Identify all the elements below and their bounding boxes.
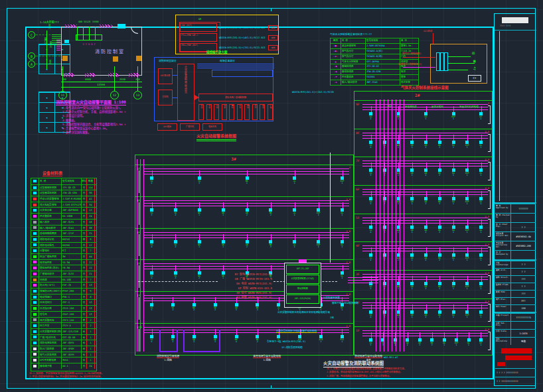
device-count: 2 (422, 316, 430, 319)
field-device-box: 电话 (260, 104, 265, 120)
symbol-cell: —▪ (331, 80, 341, 85)
legend-row: 火灾显示盘 JBF-VDP3060 台 12 (31, 207, 96, 213)
device-count: 1 (477, 231, 485, 234)
cad-drawing-canvas[interactable]: ◂◂◂◂◂◂ ◂◂◂◂◂◂◂◂ 1:10大样图??? 400 5X120 ?X5… (0, 0, 543, 392)
symbol-cell: ▲ (331, 60, 341, 64)
device-count: 1 (408, 147, 416, 149)
device-count: 3 (427, 344, 436, 347)
device-symbol-icon (33, 261, 37, 263)
annotation: WDZCN—RYS(2X1.5)+(2X2.5)/SC20 (292, 91, 334, 94)
column-symbol (136, 56, 141, 61)
field-device-label: 手报 (214, 105, 220, 109)
model-cell: TX3301 (365, 75, 400, 80)
unit-cell: 只 (81, 306, 86, 311)
symbol-cell (31, 358, 39, 363)
device-count: 1 (314, 246, 323, 249)
qty-cell: 1 (86, 352, 95, 358)
legend-row: 电气火灾监控器 JBF-VEFM 台 1 (31, 352, 96, 358)
legend-row: 声光警报器 HX-100B 只 24 (31, 213, 96, 219)
grid-stub (114, 66, 115, 91)
unit-cell: 只 (81, 248, 86, 253)
bus-line (197, 66, 274, 66)
device: MK 3 (435, 197, 444, 206)
legend-row: 点型感烟探测器 JTY-GD-G3 只 114 (31, 184, 96, 190)
unit-cell: 台 (81, 335, 86, 340)
row-value: ??? (511, 276, 536, 283)
legend-row: 水流指示器 ZSJZ-100 只 13 (31, 305, 96, 311)
symbol-cell (31, 300, 39, 305)
stamp-bar (505, 356, 532, 360)
device-symbol-icon (33, 243, 37, 246)
device-symbol-icon (33, 348, 37, 350)
device-symbol-icon (33, 284, 37, 287)
gas-table-head-row: 图例 名 称 型号及规格 备 注 (331, 38, 418, 43)
device: YG 2 (147, 176, 156, 185)
titleblock-row: ? ? ? ? ?????????? (495, 368, 536, 377)
field-device-label: 温感 (207, 105, 212, 109)
model-cell: JBF-3132 (61, 271, 81, 277)
door-opening (64, 73, 74, 77)
device: SB 1 (408, 168, 416, 177)
device-count: 3 (232, 309, 241, 312)
name-cell: 广播/电话主机 (39, 335, 61, 340)
note-cell: 壁装 (400, 75, 417, 80)
device-symbol-icon (33, 186, 37, 189)
device: YG 3 (366, 197, 375, 206)
name-cell: 感温探测器 (341, 70, 365, 74)
device: MK 3 (427, 338, 436, 347)
frame-tick (271, 385, 272, 389)
cable-row: FBCL/FNM (B1F) WDZCN—RYS(2X1.5)+(7X1.5)/… (180, 42, 278, 52)
device-count: 1 (290, 246, 299, 249)
cable-box-caption: 接线端子放大图 (206, 50, 228, 54)
titleblock-row: 总 工 Chief Engr.? ? (495, 222, 536, 231)
name-cell: 输入模块 (39, 220, 61, 225)
name-cell: 防火阀(70℃) (39, 283, 61, 288)
legend-row: 吸顶扬声器 YD-3W 只 27 (31, 259, 96, 265)
device-count: 1 (477, 147, 485, 149)
symbol-cell (31, 243, 39, 248)
device: YG 3 (366, 168, 375, 177)
grid-stub (137, 66, 138, 91)
name-cell: 消火栓起泵按钮 (39, 202, 61, 208)
camera-box: C+ (468, 75, 481, 82)
legend-row: 应急广播扬声器 3W 只 44 (31, 253, 96, 259)
device-counter: 1 7 5 5 7 (83, 43, 96, 46)
row-label: 动力 Power (495, 305, 511, 312)
device-count: 1 (195, 214, 204, 217)
device-symbol-icon (33, 221, 37, 224)
device: MK 2 (435, 226, 444, 234)
plan-title: 消防控制室火灾自动报警平面图 1:100 (56, 99, 126, 105)
legend-row: 消防电话插孔 HD200 只 17 (31, 242, 96, 248)
floor-tag: 4 6 (346, 324, 350, 328)
symbol-cell (31, 196, 39, 202)
device-symbol-icon (33, 209, 37, 212)
qty-cell: 38 (86, 226, 95, 231)
broadcast-line-box: 消防应急广播/警报装置控制线 (212, 70, 273, 77)
qty-cell: 1 (86, 358, 95, 363)
device-symbol-icon (33, 313, 37, 316)
riser-white-line (330, 153, 331, 263)
connector-line (173, 98, 177, 98)
floor-tag: 4 6 (485, 271, 489, 275)
gas-control-module (436, 52, 448, 71)
device-symbol-icon (33, 226, 37, 229)
cable-endbox: WDN (268, 45, 278, 50)
legend-title: 设备材料表 (42, 170, 62, 176)
model-cell: JTY-GD-G3 (365, 64, 400, 69)
device: YG 5 (147, 303, 156, 312)
unit-cell: 只 (81, 289, 86, 294)
floor-tag: 4 6 (346, 198, 350, 201)
field-device-label: 电话 (260, 105, 266, 109)
symbol-cell (31, 323, 39, 328)
legend-row: 火灾报警控制器(联动型) JBF-11S/CD8 台 1 (31, 328, 96, 334)
symbol-cell: —♦ (331, 75, 341, 80)
floor-band: 3F 4 6 YG 4 YG 2 (135, 228, 353, 260)
field-device-label: 模块 (245, 105, 250, 109)
control-panel-row: JBF—11S(P420) (286, 294, 319, 304)
legend-row: 电动排烟口 PSK-1 只 8 (31, 294, 96, 300)
device: GL 1 (477, 197, 485, 206)
annotation: 至电梯机房 (405, 105, 417, 108)
titleblock-row: 给排水 Plumb.? ? (495, 283, 536, 290)
cable-spec: WDZCN—RYS(2X1.5)+(2X1.5)/SC15.5CE (217, 27, 268, 29)
annotation: B62 (388, 105, 392, 107)
